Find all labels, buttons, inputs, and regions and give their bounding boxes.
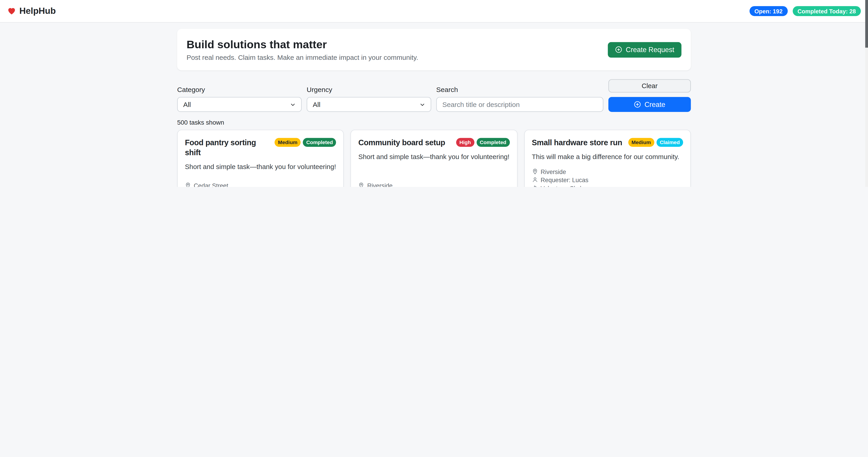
task-title: Community board setup [359, 137, 445, 147]
brand-name: HelpHub [20, 6, 56, 16]
chevron-down-icon [290, 102, 296, 107]
filters-bar: Category All Urgency All Searc [177, 79, 691, 112]
create-button-label: Create [645, 101, 665, 108]
badge-row: Medium Completed [275, 137, 336, 147]
task-volunteer: Volunteer: Skyler [532, 184, 683, 187]
navbar-stats: Open: 192 Completed Today: 28 [749, 6, 861, 16]
urgency-select-value: All [313, 101, 320, 108]
hero-text: Build solutions that matter Post real ne… [187, 38, 418, 61]
status-badge: Completed [303, 138, 336, 147]
location-icon [359, 182, 365, 187]
task-card: Small hardware store run Medium Claimed … [524, 130, 691, 187]
urgency-badge: Medium [275, 138, 301, 147]
category-select-value: All [183, 101, 191, 108]
create-button[interactable]: Create [608, 97, 691, 112]
create-request-label: Create Request [626, 46, 674, 54]
search-filter: Search [436, 86, 603, 112]
page-subtitle: Post real needs. Claim tasks. Make an im… [187, 54, 418, 61]
urgency-filter: Urgency All [307, 86, 431, 112]
tasks-count: 500 tasks shown [177, 119, 691, 126]
urgency-badge: Medium [628, 138, 654, 147]
vertical-scrollbar [865, 0, 868, 187]
task-location: Riverside [359, 181, 509, 187]
task-title: Food pantry sorting shift [185, 137, 272, 157]
status-badge: Claimed [656, 138, 683, 147]
task-location-text: Riverside [540, 168, 566, 175]
category-select[interactable]: All [177, 97, 302, 112]
task-requester: Requester: Lucas [532, 176, 683, 184]
clear-button[interactable]: Clear [608, 79, 691, 93]
task-location: Riverside [532, 167, 683, 176]
category-label: Category [177, 86, 302, 93]
plus-circle-icon [634, 101, 641, 108]
task-location-text: Cedar Street [194, 182, 228, 187]
completed-today-badge: Completed Today: 28 [793, 6, 861, 16]
task-card: Community board setup High Completed Sho… [351, 130, 518, 187]
open-count-badge: Open: 192 [749, 6, 787, 16]
task-volunteer-text: Volunteer: Skyler [540, 185, 587, 187]
category-filter: Category All [177, 86, 302, 112]
main-container: Build solutions that matter Post real ne… [177, 29, 691, 187]
badge-row: Medium Claimed [628, 137, 683, 147]
page: HelpHub Open: 192 Completed Today: 28 Bu… [0, 0, 868, 187]
task-description: Short and simple task—thank you for volu… [185, 163, 336, 171]
plus-circle-icon [615, 46, 623, 53]
person-icon [532, 177, 538, 183]
search-label: Search [436, 86, 603, 93]
task-title: Small hardware store run [532, 137, 622, 147]
search-input[interactable] [436, 97, 603, 112]
heart-icon [7, 6, 16, 16]
card-header: Community board setup High Completed [359, 137, 509, 147]
brand: HelpHub [7, 6, 56, 16]
card-header: Small hardware store run Medium Claimed [532, 137, 683, 147]
hero-panel: Build solutions that matter Post real ne… [177, 29, 691, 70]
status-badge: Completed [476, 138, 509, 147]
create-request-button[interactable]: Create Request [608, 42, 681, 57]
task-requester-text: Requester: Lucas [540, 176, 588, 183]
task-meta: Riverside Requester: Lucas Volunteer: Ca… [359, 181, 509, 187]
chevron-down-icon [420, 102, 425, 107]
task-card: Food pantry sorting shift Medium Complet… [177, 130, 344, 187]
task-meta: Riverside Requester: Lucas Volunteer: Sk… [532, 167, 683, 187]
urgency-select[interactable]: All [307, 97, 431, 112]
urgency-badge: High [456, 138, 474, 147]
task-description: This will make a big difference for our … [532, 153, 683, 161]
location-icon [532, 168, 538, 174]
hand-icon [532, 185, 538, 187]
location-icon [185, 182, 191, 187]
task-description: Short and simple task—thank you for volu… [359, 153, 509, 161]
task-location-text: Riverside [367, 182, 393, 187]
page-title: Build solutions that matter [187, 38, 418, 51]
scrollbar-thumb[interactable] [865, 0, 868, 48]
task-location: Cedar Street [185, 181, 336, 187]
filter-buttons: Clear Create [608, 79, 691, 112]
top-navbar: HelpHub Open: 192 Completed Today: 28 [0, 0, 868, 23]
urgency-label: Urgency [307, 86, 431, 93]
task-grid: Food pantry sorting shift Medium Complet… [177, 130, 691, 187]
task-meta: Cedar Street Requester: Ava Volunteer: A… [185, 181, 336, 187]
badge-row: High Completed [456, 137, 509, 147]
card-header: Food pantry sorting shift Medium Complet… [185, 137, 336, 157]
